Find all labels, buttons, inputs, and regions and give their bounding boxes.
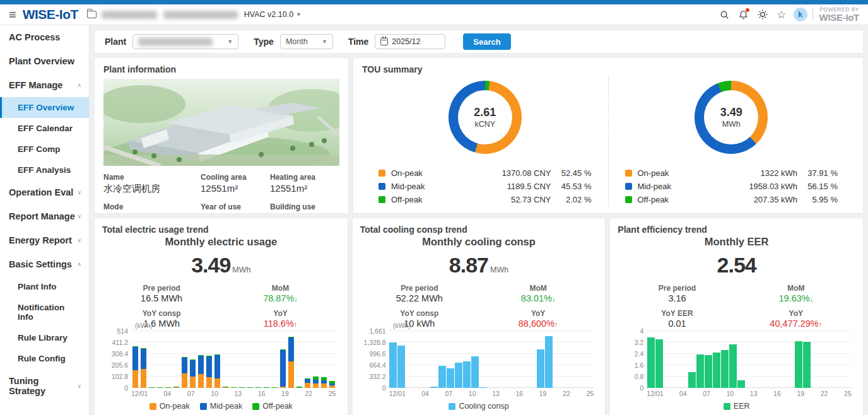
plant-info-field-value: 水冷空调机房: [103, 183, 201, 195]
favorite-star-icon[interactable]: ☆: [772, 5, 791, 24]
chart-legend: Cooling consp: [360, 402, 598, 412]
chart-bar-slot: [463, 331, 471, 388]
powered-by-logo: POWERED BY WISE-IoT: [819, 7, 859, 23]
trend-stat: MoM78.87%↓: [221, 284, 339, 303]
sidebar-item-plant-overview[interactable]: Plant Overview: [0, 49, 89, 73]
legend-label: Mid-peak: [638, 182, 729, 191]
search-button[interactable]: Search: [463, 33, 510, 50]
legend-color-chip: [200, 403, 207, 410]
sidebar-item-tuning-strategy[interactable]: Tuning Strategy∨: [0, 369, 89, 403]
type-filter-label: Type: [254, 37, 274, 47]
x-axis-tick-label: [273, 390, 281, 398]
chart-bar-slot: [471, 331, 479, 388]
bar-segment-off-peak: [157, 387, 163, 388]
user-avatar[interactable]: k: [794, 8, 807, 21]
trend-stat-value: 0.01: [618, 319, 736, 329]
trend-stat-value: 40,477.29%↑: [737, 319, 855, 329]
chart-bar-slot: [688, 331, 696, 388]
plant-select[interactable]: ▼: [132, 34, 238, 49]
search-icon[interactable]: [715, 5, 734, 24]
chart-bar-slot: [447, 331, 455, 388]
chart-bars: [131, 331, 336, 388]
x-axis-tick-label: [812, 390, 820, 398]
bar-segment-mid-peak: [280, 350, 286, 387]
tou-donut-value: 3.49: [720, 106, 742, 119]
settings-gear-icon[interactable]: [753, 5, 772, 24]
legend-label: On-peak: [391, 168, 482, 178]
bar-segment-on-peak: [132, 370, 138, 388]
arrow-down-icon: ↓: [294, 295, 298, 303]
bar-segment-mid-peak: [190, 360, 196, 376]
chart-bar-slot: [172, 331, 180, 388]
x-axis-tick-label: [266, 390, 273, 398]
sidebar-item-notification-info[interactable]: Notification Info: [0, 297, 89, 327]
chevron-down-icon: ∨: [77, 383, 81, 389]
sidebar-item-report-manage[interactable]: Report Manage∨: [0, 204, 89, 228]
chart-bar-slot: [189, 331, 197, 388]
sidebar-item-basic-settings[interactable]: Basic Settings∧: [0, 252, 89, 276]
sidebar-item-ac-process[interactable]: AC Process: [0, 25, 89, 49]
sidebar-item-rule-library[interactable]: Rule Library: [0, 327, 89, 348]
tou-donut-unit: MWh: [722, 120, 741, 129]
y-axis-unit-label: (kWh): [393, 322, 411, 329]
sidebar-item-eff-analysis[interactable]: EFF Analysis: [0, 160, 89, 180]
notification-bell-icon[interactable]: [734, 5, 753, 24]
bar-segment-on-peak: [313, 383, 319, 388]
x-axis-tick-label: 04: [163, 390, 171, 398]
hamburger-menu-icon[interactable]: ≡: [9, 8, 16, 21]
y-axis-unit-label: (kWh): [135, 322, 153, 329]
x-axis-tick-label: [406, 390, 413, 398]
x-axis-tick-label: [413, 390, 421, 398]
trend-stat: YoY EER0.01: [618, 309, 736, 329]
app-version-selector[interactable]: HVAC v2.10.0: [244, 10, 293, 19]
type-select[interactable]: Month ▼: [280, 34, 333, 49]
sidebar-item-label: Tuning Strategy: [9, 376, 77, 396]
legend-value: 1189.5 CNY: [482, 182, 551, 191]
legend-color-chip: [378, 196, 385, 203]
x-axis-tick-label: 19: [539, 390, 546, 398]
trend-stats: Pre period3.16MoM19.63%↓YoY EER0.01YoY40…: [618, 284, 855, 329]
x-axis-tick-label: 04: [679, 390, 686, 398]
redacted-plant-name: [138, 38, 213, 46]
chart-bar-slot: [438, 331, 447, 388]
trend-big-value: 3.49MWh: [102, 253, 340, 278]
chart-bar-slot: [553, 331, 561, 388]
legend-value: 1958.03 kWh: [728, 182, 797, 191]
legend-color-chip: [150, 403, 156, 410]
bar-segment-on-peak: [190, 377, 196, 388]
plant-info-field: Building use工厂: [270, 202, 339, 213]
sidebar-item-eff-manage[interactable]: EFF Manage∧: [0, 73, 89, 97]
bar-segment-cooling-consp: [537, 349, 544, 388]
chart-bar-slot: [479, 331, 487, 388]
x-axis-tick-label: 25: [844, 390, 852, 398]
plant-info-title: Plant information: [103, 64, 339, 74]
x-axis-tick-label: 16: [515, 390, 523, 398]
plant-info-field-value: 制冷: [103, 213, 201, 213]
trend-stat-label: YoY: [479, 309, 597, 318]
trend-stat-label: YoY consp: [102, 309, 221, 318]
x-axis-tick-label: [242, 390, 250, 398]
trend-stat-label: MoM: [221, 284, 339, 293]
chart-legend-item: Cooling consp: [449, 402, 508, 411]
sidebar-item-eff-overview[interactable]: EFF Overview: [0, 97, 89, 118]
x-axis-tick-label: [429, 390, 437, 398]
trend-card-monthly-electric-usage: Total electric usage trendMonthly electr…: [95, 218, 348, 415]
time-date-input[interactable]: 2025/12: [375, 34, 445, 49]
plant-info-field-label: Name: [103, 173, 201, 182]
plant-info-field: Year of use2001 年: [201, 202, 270, 213]
sidebar-item-rule-config[interactable]: Rule Config: [0, 348, 89, 369]
chart-bar-slot: [794, 331, 802, 388]
sidebar-item-operation-eval[interactable]: Operation Eval∨: [0, 180, 89, 204]
sidebar-item-plant-info[interactable]: Plant Info: [0, 276, 89, 297]
chart-bar-slot: [156, 331, 164, 388]
sidebar-item-energy-report[interactable]: Energy Report∨: [0, 228, 89, 252]
sidebar-item-label: AC Process: [9, 32, 60, 42]
trend-card-monthly-cooling-consp: Total cooling consp trendMonthly cooling…: [353, 218, 606, 415]
sidebar-item-eff-calendar[interactable]: EFF Calendar: [0, 118, 89, 139]
sidebar-item-eff-comp[interactable]: EFF Comp: [0, 139, 89, 160]
trend-stat-label: YoY: [737, 309, 855, 318]
x-axis-tick-label: 22: [563, 390, 570, 398]
sidebar-item-label: Basic Settings: [9, 259, 72, 269]
tou-donut-center: 2.61kCNY: [458, 90, 512, 144]
y-axis-tick-label: 308.4: [112, 350, 128, 358]
